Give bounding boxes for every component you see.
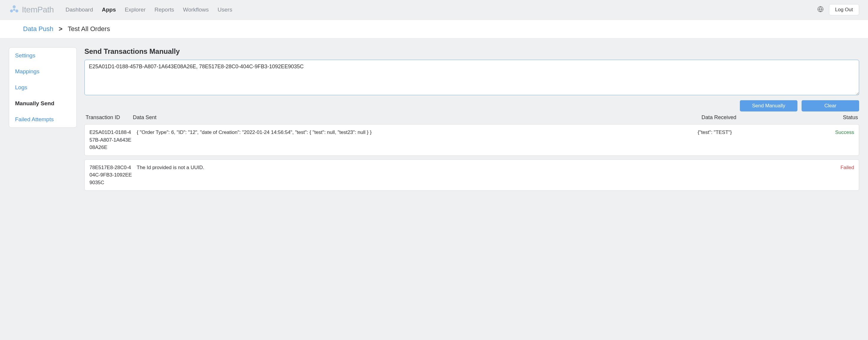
cell-transaction-id: 78E517E8-28C0-404C-9FB3-1092EE9035C: [89, 164, 137, 187]
top-nav: DashboardAppsExplorerReportsWorkflowsUse…: [66, 6, 817, 13]
sidebar-item-mappings[interactable]: Mappings: [9, 63, 76, 80]
globe-icon[interactable]: [817, 6, 824, 14]
svg-point-2: [16, 9, 18, 12]
col-header-transaction-id: Transaction ID: [86, 114, 133, 121]
breadcrumb-current: Test All Orders: [68, 25, 110, 33]
table-header: Transaction ID Data Sent Data Received S…: [85, 114, 859, 123]
logo[interactable]: ItemPath: [9, 4, 54, 15]
transaction-ids-input[interactable]: [85, 60, 859, 95]
page-title: Send Transactions Manually: [85, 47, 859, 56]
col-header-status: Status: [829, 114, 858, 121]
breadcrumb-parent-link[interactable]: Data Push: [23, 25, 54, 33]
svg-point-3: [13, 9, 16, 11]
nav-item-dashboard[interactable]: Dashboard: [66, 6, 93, 13]
cell-transaction-id: E25A01D1-0188-457B-A807-1A643E08A26E: [89, 129, 137, 151]
main: Send Transactions Manually Send Manually…: [85, 47, 859, 194]
cell-status: Failed: [825, 164, 854, 187]
clear-button[interactable]: Clear: [802, 100, 859, 111]
header: ItemPath DashboardAppsExplorerReportsWor…: [0, 0, 868, 20]
sidebar-item-settings[interactable]: Settings: [9, 48, 76, 63]
sidebar-item-failed-attempts[interactable]: Failed Attempts: [9, 111, 76, 128]
header-right: Log Out: [817, 4, 860, 16]
nav-item-users[interactable]: Users: [218, 6, 232, 13]
cell-data-received: [698, 164, 825, 187]
nav-item-explorer[interactable]: Explorer: [125, 6, 146, 13]
cell-data-sent: The Id provided is not a UUID.: [137, 164, 698, 187]
cell-data-received: {"test": "TEST"}: [698, 129, 825, 151]
logout-button[interactable]: Log Out: [829, 4, 860, 16]
table-rows: E25A01D1-0188-457B-A807-1A643E08A26E{ "O…: [85, 124, 859, 191]
nav-item-apps[interactable]: Apps: [102, 6, 116, 13]
col-header-data-sent: Data Sent: [133, 114, 702, 121]
sidebar-item-manually-send[interactable]: Manually Send: [9, 95, 76, 111]
sidebar-item-logs[interactable]: Logs: [9, 80, 76, 95]
action-buttons: Send Manually Clear: [85, 100, 859, 111]
brand-name: ItemPath: [22, 5, 54, 15]
content: SettingsMappingsLogsManually SendFailed …: [0, 38, 868, 203]
cell-status: Success: [825, 129, 854, 151]
breadcrumb: Data Push > Test All Orders: [0, 20, 868, 38]
send-manually-button[interactable]: Send Manually: [740, 100, 798, 111]
table-row: 78E517E8-28C0-404C-9FB3-1092EE9035CThe I…: [85, 159, 859, 191]
sidebar: SettingsMappingsLogsManually SendFailed …: [9, 47, 77, 128]
nav-item-workflows[interactable]: Workflows: [183, 6, 209, 13]
svg-point-0: [13, 5, 16, 8]
nav-item-reports[interactable]: Reports: [154, 6, 174, 13]
col-header-data-received: Data Received: [702, 114, 829, 121]
cell-data-sent: { "Order Type": 6, "ID": "12", "date of …: [137, 129, 698, 151]
breadcrumb-separator: >: [59, 25, 63, 33]
svg-point-1: [10, 9, 13, 12]
brand-logo-icon: [9, 4, 20, 15]
table-row: E25A01D1-0188-457B-A807-1A643E08A26E{ "O…: [85, 124, 859, 156]
